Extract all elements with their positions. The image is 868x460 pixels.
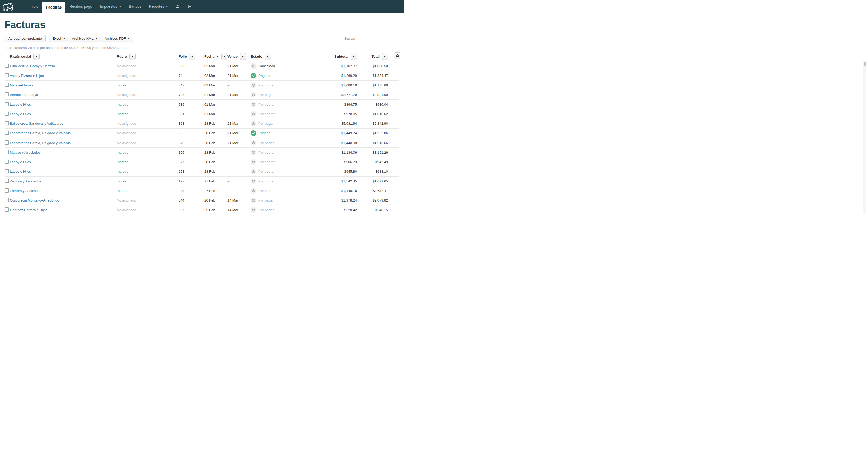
row-checkbox[interactable]: [5, 73, 9, 77]
add-comprobante-button[interactable]: Agregar comprobante: [5, 35, 45, 42]
table-row: Zamora y AsociadosIngreso94327 Feb–Por c…: [5, 186, 399, 195]
row-checkbox[interactable]: [5, 83, 9, 87]
folio-value: 636: [179, 64, 204, 68]
rubro-value: No asignado: [117, 208, 179, 212]
company-link[interactable]: Laboratorios Barela, Delgado y Valdivia: [10, 141, 71, 145]
total-value: $1,334.47: [357, 74, 388, 78]
nav-item-recibos-pago[interactable]: Recibos pago: [65, 0, 96, 13]
rubro-filter-button[interactable]: [129, 53, 135, 60]
company-link[interactable]: Corporacin Montalvo-Arredondo: [10, 198, 59, 202]
nav-item-inicio[interactable]: Inicio: [26, 0, 42, 13]
company-link[interactable]: Godínez-Barrera e Hijos: [10, 208, 48, 212]
rubro-value: No asignado: [117, 122, 179, 125]
elephant-logo-icon: [2, 1, 14, 11]
excel-label: Excel: [53, 37, 61, 40]
company-link[interactable]: Laboy e Hijos: [10, 170, 31, 174]
folio-filter-button[interactable]: [189, 53, 195, 60]
folio-value: 677: [179, 160, 204, 164]
row-checkbox[interactable]: [5, 188, 9, 192]
row-checkbox[interactable]: [5, 64, 9, 68]
company-cell: Laboy e Hijos: [10, 170, 117, 174]
nav-item-bancos[interactable]: Bancos: [125, 0, 145, 13]
check-icon: [252, 74, 255, 77]
header-subtotal: Subtotal: [326, 53, 357, 60]
company-cell: Malave-Llamas: [10, 83, 117, 87]
company-link[interactable]: Malave-Llamas: [10, 83, 33, 87]
row-checkbox[interactable]: [5, 121, 9, 125]
company-link[interactable]: Laboy e Hijos: [10, 112, 31, 116]
row-checkbox[interactable]: [5, 159, 9, 164]
total-value: $1,514.11: [357, 189, 388, 193]
status-pagada-icon: [251, 73, 256, 78]
company-link[interactable]: Ballesteros, Sandoval y Valladares: [10, 122, 63, 125]
table-row: Zamora y AsociadosIngreso17727 Feb–Por c…: [5, 177, 399, 186]
excel-dropdown-button[interactable]: Excel: [49, 35, 69, 42]
fecha-filter-button[interactable]: [221, 53, 227, 60]
row-checkbox[interactable]: [5, 92, 9, 96]
vence-value: –: [227, 189, 251, 193]
row-checkbox[interactable]: [5, 169, 9, 173]
gear-icon[interactable]: [394, 52, 400, 59]
pdf-dropdown-button[interactable]: Archivos PDF: [101, 35, 134, 42]
chevron-down-icon: [384, 56, 386, 57]
status-label: Por pagar: [258, 141, 274, 145]
chevron-down-icon: [36, 56, 38, 57]
row-checkbox[interactable]: [5, 150, 9, 154]
row-checkbox[interactable]: [5, 141, 9, 145]
company-link[interactable]: Malave y Asociados: [10, 151, 40, 154]
estado-cell: Por cobrar: [251, 159, 326, 165]
nav-item-facturas[interactable]: Facturas: [42, 2, 65, 13]
total-value: $1,621.65: [357, 179, 388, 183]
estado-cell: Por cobrar: [251, 179, 326, 184]
company-link[interactable]: Vaca y Pizarro e Hijos: [10, 74, 44, 78]
checkbox-cell: [5, 121, 10, 126]
row-checkbox[interactable]: [5, 208, 9, 212]
folio-value: 723: [179, 93, 204, 97]
subtotal-filter-button[interactable]: [351, 53, 357, 60]
row-checkbox[interactable]: [5, 179, 9, 183]
row-checkbox[interactable]: [5, 102, 9, 106]
toolbar: Agregar comprobante Excel Archivos XML A…: [5, 35, 399, 42]
estado-cell: Por pagar: [251, 140, 326, 146]
folio-value: 579: [179, 141, 204, 145]
folio-value: 551: [179, 112, 204, 116]
company-cell: Laboy e Hijos: [10, 112, 117, 116]
company-link[interactable]: Laboratorios Barela, Delgado y Valdivia: [10, 131, 71, 135]
header-fecha[interactable]: Fecha: [204, 53, 227, 60]
checkbox-cell: [5, 141, 10, 145]
company-link[interactable]: Laboy e Hijos: [10, 160, 31, 164]
company-link[interactable]: Bétancourt-Tafoya: [10, 93, 38, 97]
status-pending-icon: [251, 198, 256, 203]
fecha-value: 25 Feb: [204, 208, 227, 212]
company-link[interactable]: Club Zedillo, Garay y Herrera: [10, 64, 55, 68]
company-link[interactable]: Zamora y Asociados: [10, 189, 41, 193]
row-checkbox[interactable]: [5, 198, 9, 202]
company-cell: Club Zedillo, Garay y Herrera: [10, 64, 117, 68]
total-value: $1,088.50: [357, 64, 388, 68]
vence-filter-button[interactable]: [240, 53, 246, 60]
status-pending-icon: [251, 207, 256, 213]
razon-social-filter-button[interactable]: [33, 53, 40, 60]
search-input[interactable]: [342, 35, 399, 42]
nav-item-reportes[interactable]: Reportes: [145, 0, 172, 13]
chevron-down-icon: [267, 56, 269, 57]
status-pending-icon: [251, 179, 256, 184]
elephant-logo[interactable]: [0, 0, 16, 13]
sign-out-icon[interactable]: [183, 0, 195, 13]
row-checkbox[interactable]: [5, 131, 9, 135]
xml-dropdown-button[interactable]: Archivos XML: [69, 35, 101, 42]
header-vence: Vence: [227, 53, 251, 60]
folio-value: 544: [179, 198, 204, 202]
rubro-value: No asignado: [117, 141, 179, 145]
company-link[interactable]: Zamora y Asociados: [10, 179, 41, 183]
total-filter-button[interactable]: [382, 53, 388, 60]
user-icon[interactable]: [172, 0, 183, 13]
nav-item-impuestos[interactable]: Impuestos: [96, 0, 125, 13]
vence-value: 21 Mar: [227, 64, 251, 68]
row-checkbox[interactable]: [5, 112, 9, 116]
rubro-value: Ingreso: [117, 151, 179, 154]
company-link[interactable]: Laboy e Hijos: [10, 102, 31, 106]
vence-value: –: [227, 102, 251, 106]
vence-value: 21 Mar: [227, 141, 251, 145]
estado-filter-button[interactable]: [265, 53, 271, 60]
